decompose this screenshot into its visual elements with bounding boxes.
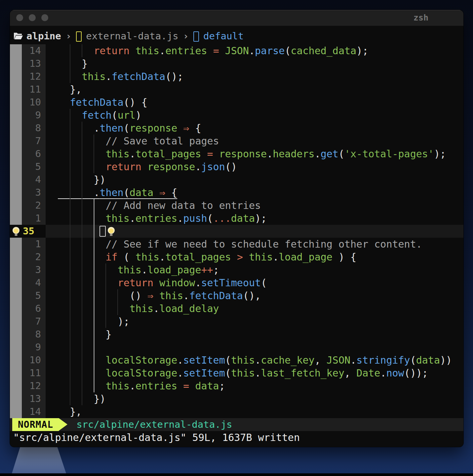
- mode-badge-arrow-icon: [59, 418, 67, 431]
- code-line-text: }: [46, 57, 463, 70]
- indent-guide: [94, 212, 95, 225]
- code-row[interactable]: 35: [10, 225, 463, 238]
- code-line-text: localStorage.setItem(this.last_fetch_key…: [46, 367, 463, 379]
- indent-guide: [94, 367, 95, 379]
- indent-guide: [105, 289, 106, 302]
- zoom-button[interactable]: [41, 14, 48, 21]
- code-row[interactable]: 1 this.entries.push(...data);: [10, 212, 463, 225]
- sign-column: [10, 83, 22, 96]
- code-row[interactable]: 2 if ( this.total_pages > this.load_page…: [10, 251, 463, 263]
- sign-column: [10, 289, 22, 302]
- sign-column: [10, 302, 22, 315]
- breadcrumb-file: external-data.js: [86, 30, 178, 42]
- indent-guide: [117, 302, 118, 315]
- code-row[interactable]: 8 }: [10, 328, 463, 341]
- indent-guide: [82, 392, 82, 405]
- code-row[interactable]: 11 },: [10, 83, 463, 96]
- code-row[interactable]: 7 );: [10, 315, 463, 328]
- code-row[interactable]: 8 .then(response ⇒ {: [10, 122, 463, 135]
- code-line-text: this.fetchData();: [46, 70, 463, 83]
- indent-guide: [82, 302, 82, 315]
- screen-bottom-strip: [0, 473, 473, 476]
- code-row[interactable]: 1 // See if we need to schedule fetching…: [10, 238, 463, 251]
- code-row[interactable]: 14 return this.entries = JSON.parse(cach…: [10, 44, 463, 57]
- indent-guide: [82, 212, 82, 225]
- indent-guide: [94, 354, 95, 367]
- indent-guide: [82, 379, 82, 392]
- code-line-text: return response.json(): [46, 160, 463, 173]
- indent-guide: [105, 263, 106, 276]
- indent-guide: [117, 289, 118, 302]
- code-row[interactable]: 13 }): [10, 392, 463, 405]
- code-line-text: fetchData() {: [46, 96, 463, 109]
- code-line-text: [46, 225, 463, 238]
- sign-column: [10, 186, 22, 199]
- indent-guide: [94, 238, 95, 251]
- indent-guide: [82, 367, 82, 379]
- indent-guide: [105, 302, 106, 315]
- code-row[interactable]: 12 this.fetchData();: [10, 70, 463, 83]
- indent-guide: [94, 328, 95, 341]
- indent-guide: [82, 341, 82, 354]
- code-row[interactable]: 10 fetchData() {: [10, 96, 463, 109]
- indent-guide: [82, 199, 82, 212]
- code-row[interactable]: 9: [10, 341, 463, 354]
- indent-guide: [70, 212, 70, 225]
- line-number: 13: [22, 392, 46, 405]
- line-number: 14: [22, 405, 46, 418]
- code-row[interactable]: 11 localStorage.setItem(this.last_fetch_…: [10, 367, 463, 379]
- breadcrumb-separator: ›: [183, 30, 189, 42]
- line-number: 3: [22, 263, 46, 276]
- code-row[interactable]: 5 () ⇒ this.fetchData(),: [10, 289, 463, 302]
- code-line-text: // Save total pages: [46, 135, 463, 147]
- line-number: 8: [22, 122, 46, 135]
- code-row[interactable]: 14 },: [10, 405, 463, 418]
- indent-guide: [82, 354, 82, 367]
- code-area[interactable]: 14 return this.entries = JSON.parse(cach…: [10, 44, 463, 418]
- sign-column: [10, 147, 22, 160]
- indent-guide: [70, 160, 70, 173]
- minimize-button[interactable]: [29, 14, 36, 21]
- line-number: 7: [22, 315, 46, 328]
- sign-column: [10, 57, 22, 70]
- code-row[interactable]: 5 return response.json(): [10, 160, 463, 173]
- sign-column: [10, 212, 22, 225]
- indent-guide: [94, 251, 95, 263]
- indent-guide: [70, 173, 70, 186]
- code-row[interactable]: 10 localStorage.setItem(this.cache_key, …: [10, 354, 463, 367]
- title-bar[interactable]: zsh: [10, 10, 463, 26]
- sign-column: [10, 135, 22, 147]
- sign-column: [10, 70, 22, 83]
- code-row[interactable]: 7 // Save total pages: [10, 135, 463, 147]
- line-number: 6: [22, 302, 46, 315]
- code-line-text: this.total_pages = response.headers.get(…: [46, 147, 463, 160]
- code-row[interactable]: 3 .then(data ⇒ {: [10, 186, 463, 199]
- code-row[interactable]: 3 this.load_page++;: [10, 263, 463, 276]
- code-row[interactable]: 4 }): [10, 173, 463, 186]
- code-row[interactable]: 12 this.entries = data;: [10, 379, 463, 392]
- indent-guide: [94, 160, 94, 173]
- code-row[interactable]: 6 this.load_delay: [10, 302, 463, 315]
- code-line-text: () ⇒ this.fetchData(),: [46, 289, 463, 302]
- indent-guide: [105, 315, 106, 328]
- code-row[interactable]: 6 this.total_pages = response.headers.ge…: [10, 147, 463, 160]
- close-button[interactable]: [16, 14, 23, 21]
- code-line-text: );: [46, 315, 463, 328]
- indent-guide: [94, 276, 95, 289]
- window-title: zsh: [414, 10, 428, 26]
- sign-column: [10, 341, 22, 354]
- indent-guide: [70, 276, 70, 289]
- sign-column: [10, 109, 22, 122]
- code-row[interactable]: 2 // Add new data to entries: [10, 199, 463, 212]
- sign-column: [10, 96, 22, 109]
- code-line-text: this.entries.push(...data);: [46, 212, 463, 225]
- code-row[interactable]: 4 return window.setTimeout(: [10, 276, 463, 289]
- code-row[interactable]: 13 }: [10, 57, 463, 70]
- line-number: 14: [22, 44, 46, 57]
- code-row[interactable]: 9 fetch(url): [10, 109, 463, 122]
- sign-column: [10, 122, 22, 135]
- line-number: 8: [22, 328, 46, 341]
- sign-column: [10, 392, 22, 405]
- line-number: 12: [22, 70, 46, 83]
- statusline-filepath: src/alpine/external-data.js: [76, 418, 232, 431]
